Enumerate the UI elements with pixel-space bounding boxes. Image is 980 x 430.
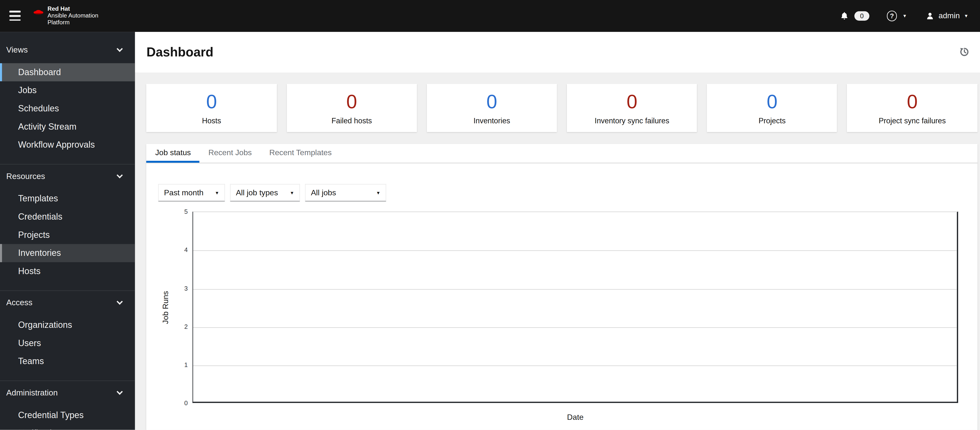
sidebar-section-toggle-views[interactable]: Views [0,40,135,59]
nav-toggle-button[interactable] [6,7,24,24]
page-shell: ViewsDashboardJobsSchedulesActivity Stre… [0,32,980,430]
stat-card-projects[interactable]: 0Projects [707,84,837,132]
sidebar-section-label: Administration [6,388,58,397]
stat-value[interactable]: 0 [570,92,695,112]
y-tick-label: 1 [185,361,188,368]
y-tick-label: 0 [185,400,188,406]
sidebar-section-toggle-administration[interactable]: Administration [0,383,135,401]
history-clock-icon [959,47,969,57]
sidebar-item-inventories[interactable]: Inventories [0,244,135,262]
tab-recent-templates[interactable]: Recent Templates [261,144,340,163]
stat-card-inventory-sync-failures[interactable]: 0Inventory sync failures [567,84,697,132]
sidebar-item-hosts[interactable]: Hosts [0,262,135,280]
masthead: Red Hat Ansible Automation Platform 0 ? … [0,0,980,32]
stat-label: Hosts [149,117,274,125]
user-icon [926,12,934,20]
username-label: admin [939,11,960,20]
sidebar-section-toggle-resources[interactable]: Resources [0,167,135,185]
x-axis-title: Date [192,413,958,422]
y-axis-ticks: 012345 [146,212,188,403]
stat-card-inventories[interactable]: 0Inventories [427,84,557,132]
gridline [193,251,957,251]
chevron-down-icon: ▾ [904,13,906,19]
notifications-bell-button[interactable] [840,11,849,21]
sidebar-section-access: AccessOrganizationsUsersTeams [0,291,135,380]
sidebar-item-credentials[interactable]: Credentials [0,208,135,226]
hamburger-icon [10,11,21,13]
stat-label: Project sync failures [850,117,975,125]
stat-value[interactable]: 0 [429,92,554,112]
sidebar-section-label: Resources [6,171,45,181]
brand-line3: Platform [48,19,99,26]
page-header: Dashboard [135,32,980,73]
sidebar-item-activity-stream[interactable]: Activity Stream [0,117,135,136]
stat-cards-row: 0Hosts0Failed hosts0Inventories0Inventor… [146,84,977,132]
y-tick-label: 2 [185,323,188,330]
sidebar-item-users[interactable]: Users [0,334,135,352]
gridline [193,289,957,289]
notification-count-badge[interactable]: 0 [854,11,869,21]
filter-job-type-select[interactable]: All job types▾ [230,184,300,201]
brand-line1: Red Hat [48,6,99,13]
tab-job-status[interactable]: Job status [146,144,200,163]
sidebar-item-organizations[interactable]: Organizations [0,316,135,334]
sidebar-section-label: Access [6,297,33,307]
plot-area [192,212,958,403]
y-tick-label: 5 [185,208,188,215]
brand-logo: Red Hat Ansible Automation Platform [33,6,98,26]
stat-label: Projects [710,117,835,125]
sidebar-item-dashboard[interactable]: Dashboard [0,63,135,81]
caret-down-icon: ▾ [291,190,293,196]
user-menu[interactable]: admin ▾ [926,11,967,20]
stat-card-project-sync-failures[interactable]: 0Project sync failures [847,84,977,132]
brand-line2: Ansible Automation [48,13,99,19]
filter-job-filter-value: All jobs [311,188,336,197]
caret-down-icon: ▾ [216,190,218,196]
filter-period-value: Past month [164,188,204,197]
job-status-panel: Job statusRecent JobsRecent Templates Pa… [146,144,977,430]
chevron-down-icon [117,298,123,304]
stat-value[interactable]: 0 [850,92,975,112]
main-area: Dashboard 0Hosts0Failed hosts0Inventorie… [135,32,980,430]
chevron-down-icon: ▾ [965,13,967,19]
y-tick-label: 4 [185,246,188,253]
stat-value[interactable]: 0 [710,92,835,112]
app-root: Red Hat Ansible Automation Platform 0 ? … [0,0,980,430]
sidebar-section-administration: AdministrationCredential TypesNotificati… [0,380,135,430]
sidebar-item-jobs[interactable]: Jobs [0,81,135,99]
sidebar-item-templates[interactable]: Templates [0,189,135,208]
sidebar-section-toggle-access[interactable]: Access [0,293,135,311]
stat-card-hosts[interactable]: 0Hosts [146,84,277,132]
job-runs-chart: Job Runs 012345 Date [146,212,977,430]
stat-label: Failed hosts [289,117,414,125]
help-icon: ? [887,11,897,21]
redhat-hat-icon [33,7,44,15]
refresh-history-button[interactable] [959,47,969,57]
chart-filters: Past month▾All job types▾All jobs▾ [158,184,977,201]
sidebar-item-projects[interactable]: Projects [0,225,135,244]
sidebar-item-teams[interactable]: Teams [0,352,135,370]
sidebar-item-notifications[interactable]: Notifications [0,424,135,430]
gridline [193,366,957,366]
stat-value[interactable]: 0 [289,92,414,112]
tab-recent-jobs[interactable]: Recent Jobs [200,144,261,163]
sidebar-nav: ViewsDashboardJobsSchedulesActivity Stre… [0,32,135,430]
filter-job-filter-select[interactable]: All jobs▾ [305,184,386,201]
caret-down-icon: ▾ [377,190,380,196]
bell-icon [840,11,849,21]
stat-value[interactable]: 0 [149,92,274,112]
sidebar-section-resources: ResourcesTemplatesCredentialsProjectsInv… [0,164,135,291]
help-menu[interactable]: ? ▾ [887,11,906,21]
filter-period-select[interactable]: Past month▾ [158,184,225,201]
dashboard-content: 0Hosts0Failed hosts0Inventories0Inventor… [135,72,980,430]
sidebar-item-workflow-approvals[interactable]: Workflow Approvals [0,136,135,154]
sidebar-section-views: ViewsDashboardJobsSchedulesActivity Stre… [0,40,135,164]
gridline [193,327,957,328]
stat-card-failed-hosts[interactable]: 0Failed hosts [287,84,417,132]
filter-job-type-value: All job types [236,188,278,197]
sidebar-section-label: Views [6,45,28,54]
sidebar-item-schedules[interactable]: Schedules [0,99,135,117]
brand-text: Red Hat Ansible Automation Platform [48,6,99,26]
chevron-down-icon [117,172,123,178]
sidebar-item-credential-types[interactable]: Credential Types [0,406,135,424]
